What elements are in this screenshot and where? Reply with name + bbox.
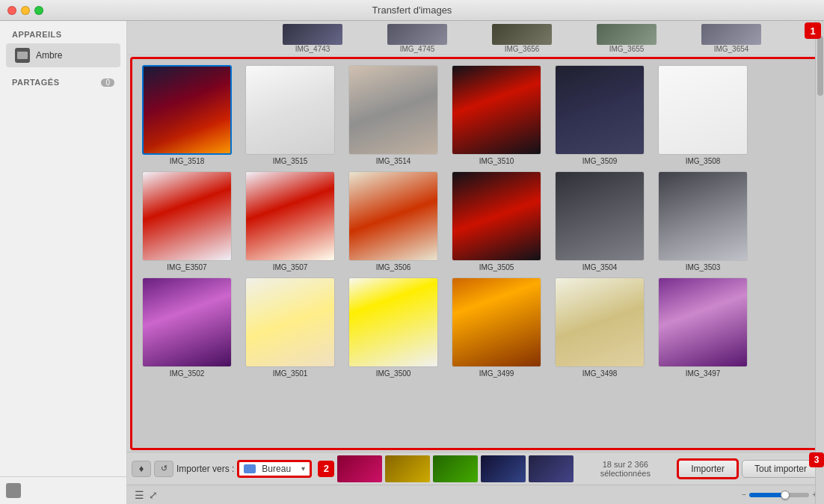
image-label: IMG_3506: [376, 263, 411, 271]
top-strip-item: IMG_4743: [265, 24, 360, 53]
annotation-badge-2: 2: [318, 461, 334, 477]
image-cell[interactable]: IMG_3504: [551, 171, 648, 271]
image-cell[interactable]: IMG_3510: [448, 65, 545, 165]
image-thumbnail[interactable]: [348, 65, 438, 155]
mini-thumb: [337, 455, 382, 482]
image-cell[interactable]: IMG_3514: [345, 65, 442, 165]
view-icons: ☰ ⤢: [135, 489, 158, 501]
annotation-badge-1: 1: [805, 22, 821, 39]
content-area: 1 IMG_4743 IMG_4745 IMG_3656 IMG_3655 IM…: [127, 21, 824, 504]
zoom-min-icon: −: [742, 491, 746, 499]
import-all-button[interactable]: Tout importer: [742, 460, 820, 478]
top-strip-item: IMG_3654: [683, 24, 779, 53]
image-cell[interactable]: IMG_3508: [654, 65, 751, 165]
image-label: IMG_E3507: [167, 263, 206, 271]
image-label: IMG_3502: [170, 369, 205, 378]
scrollbar[interactable]: [815, 21, 824, 504]
device-icon: [15, 48, 30, 63]
sidebar-add-icon[interactable]: [6, 483, 21, 498]
top-label: IMG_4745: [400, 45, 435, 53]
image-thumbnail[interactable]: [245, 65, 335, 155]
maximize-button[interactable]: [34, 6, 43, 15]
top-label: IMG_3656: [505, 45, 540, 53]
image-cell[interactable]: IMG_3503: [654, 171, 751, 271]
image-label: IMG_3518: [170, 157, 205, 165]
image-label: IMG_3507: [273, 263, 308, 271]
action-icon-1[interactable]: ♦: [132, 461, 151, 477]
image-thumbnail[interactable]: [555, 65, 645, 155]
image-thumbnail[interactable]: [555, 277, 645, 367]
close-button[interactable]: [7, 6, 16, 15]
minimize-button[interactable]: [21, 6, 30, 15]
sidebar-bottom: [0, 476, 126, 504]
image-cell[interactable]: IMG_3509: [551, 65, 648, 165]
image-cell[interactable]: IMG_3515: [242, 65, 339, 165]
image-label: IMG_3510: [479, 157, 514, 165]
destination-dropdown[interactable]: Bureau ▾: [237, 460, 312, 478]
window-controls[interactable]: [7, 6, 43, 15]
image-thumbnail[interactable]: [348, 171, 438, 261]
image-thumbnail[interactable]: [452, 277, 541, 367]
image-cell[interactable]: IMG_3502: [138, 277, 236, 378]
list-view-icon[interactable]: ☰: [135, 489, 144, 501]
image-row-3: IMG_3502 IMG_3501 IMG_3500: [138, 277, 813, 378]
image-cell[interactable]: IMG_3497: [654, 277, 751, 378]
partages-badge: 0: [101, 79, 114, 87]
image-cell[interactable]: IMG_3499: [448, 277, 545, 378]
image-thumbnail[interactable]: [142, 65, 232, 155]
image-cell[interactable]: IMG_3518: [138, 65, 236, 165]
top-label: IMG_3654: [714, 45, 749, 53]
image-row-1: IMG_3518 IMG_3515 IMG_3514: [138, 65, 813, 165]
top-label: IMG_4743: [295, 45, 330, 53]
image-thumbnail[interactable]: [348, 277, 438, 367]
toolbar-row: ☰ ⤢ − +: [127, 485, 824, 504]
action-icon-2[interactable]: ↺: [154, 461, 173, 477]
top-strip-item: IMG_4745: [369, 24, 465, 53]
image-thumbnail[interactable]: [658, 171, 748, 261]
window-title: Transfert d'images: [372, 4, 452, 16]
image-thumbnail[interactable]: [452, 171, 541, 261]
image-cell[interactable]: IMG_3505: [448, 171, 545, 271]
titlebar: Transfert d'images: [0, 0, 824, 21]
partages-title: PARTAGÉS: [12, 78, 60, 87]
image-label: IMG_3508: [686, 157, 721, 165]
folder-icon: [244, 464, 256, 473]
image-cell[interactable]: IMG_3506: [345, 171, 442, 271]
top-label: IMG_3655: [609, 45, 645, 53]
image-cell[interactable]: IMG_E3507: [138, 171, 236, 271]
image-thumbnail[interactable]: [142, 171, 232, 261]
top-thumb-partial: [387, 24, 447, 45]
image-thumbnail[interactable]: [555, 171, 645, 261]
sidebar: APPAREILS Ambre PARTAGÉS 0: [0, 21, 127, 504]
zoom-slider[interactable]: [749, 493, 809, 497]
image-thumbnail[interactable]: [142, 277, 232, 367]
import-dest-label: Importer vers :: [176, 464, 234, 474]
image-cell[interactable]: IMG_3501: [242, 277, 339, 378]
zoom-thumb[interactable]: [781, 491, 790, 500]
selection-counter: 18 sur 2 366 sélectionnées: [577, 460, 674, 478]
grid-view-icon[interactable]: ⤢: [149, 489, 158, 501]
main-layout: APPAREILS Ambre PARTAGÉS 0 1 IMG_4743: [0, 21, 824, 504]
top-thumb-partial: [701, 24, 761, 45]
import-button[interactable]: Importer: [677, 458, 739, 479]
image-label: IMG_3515: [273, 157, 308, 165]
image-thumbnail[interactable]: [245, 171, 335, 261]
image-label: IMG_3509: [582, 157, 618, 165]
partages-section: PARTAGÉS 0: [0, 69, 126, 90]
import-destination: Importer vers : Bureau ▾ 2: [176, 460, 334, 478]
image-label: IMG_3499: [479, 369, 514, 378]
device-item[interactable]: Ambre: [6, 43, 120, 67]
image-thumbnail[interactable]: [658, 65, 748, 155]
dest-name: Bureau: [262, 464, 291, 474]
image-cell[interactable]: IMG_3500: [345, 277, 442, 378]
annotation-badge-3: 3: [809, 452, 824, 467]
image-thumbnail[interactable]: [452, 65, 541, 155]
top-strip-item: IMG_3655: [579, 24, 674, 53]
image-thumbnail[interactable]: [245, 277, 335, 367]
image-cell[interactable]: IMG_3507: [242, 171, 339, 271]
image-label: IMG_3514: [376, 157, 411, 165]
image-thumbnail[interactable]: [658, 277, 748, 367]
image-cell[interactable]: IMG_3498: [551, 277, 648, 378]
scrollbar-thumb[interactable]: [817, 36, 823, 96]
device-label: Ambre: [36, 50, 62, 61]
